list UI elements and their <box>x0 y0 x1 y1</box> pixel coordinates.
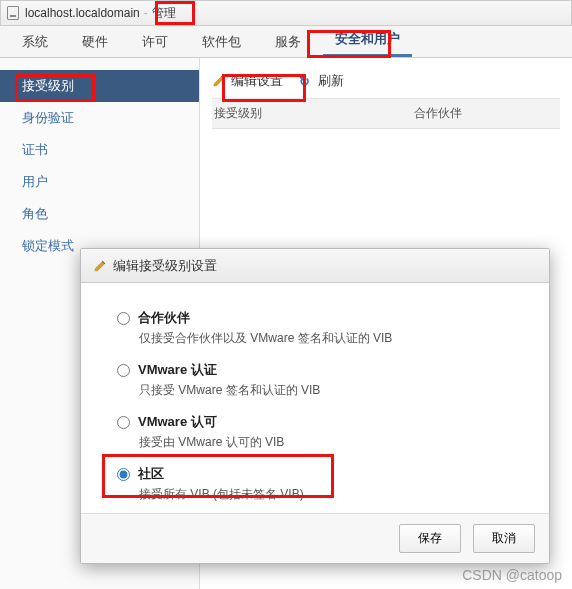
option-label[interactable]: 社区 <box>138 465 164 483</box>
option-desc: 接受所有 VIB (包括未签名 VIB) <box>139 486 515 503</box>
tab-system[interactable]: 系统 <box>10 27 60 57</box>
radio-vmware-accepted[interactable] <box>117 416 130 429</box>
tab-packages[interactable]: 软件包 <box>190 27 253 57</box>
radio-partner[interactable] <box>117 312 130 325</box>
sidebar-item-users[interactable]: 用户 <box>0 166 199 198</box>
sidebar-item-certificates[interactable]: 证书 <box>0 134 199 166</box>
option-desc: 仅接受合作伙伴以及 VMware 签名和认证的 VIB <box>139 330 515 347</box>
titlebar: localhost.localdomain - 管理 <box>0 0 572 26</box>
dialog-footer: 保存 取消 <box>81 513 549 563</box>
edit-settings-label: 编辑设置 <box>231 72 283 90</box>
tab-security-users[interactable]: 安全和用户 <box>323 24 412 57</box>
refresh-icon: ↻ <box>299 74 313 88</box>
sidebar-item-acceptance-level[interactable]: 接受级别 <box>0 70 199 102</box>
info-row: 接受级别 合作伙伴 <box>212 99 560 129</box>
tab-services[interactable]: 服务 <box>263 27 313 57</box>
option-desc: 接受由 VMware 认可的 VIB <box>139 434 515 451</box>
dialog-header: 编辑接受级别设置 <box>81 249 549 283</box>
pencil-icon <box>93 259 107 273</box>
radio-community[interactable] <box>117 468 130 481</box>
info-value: 合作伙伴 <box>414 105 462 122</box>
pencil-icon <box>212 74 226 88</box>
radio-vmware-certified[interactable] <box>117 364 130 377</box>
dialog: 编辑接受级别设置 合作伙伴 仅接受合作伙伴以及 VMware 签名和认证的 VI… <box>80 248 550 564</box>
cancel-button[interactable]: 取消 <box>473 524 535 553</box>
info-label: 接受级别 <box>214 105 414 122</box>
refresh-label: 刷新 <box>318 72 344 90</box>
dialog-body: 合作伙伴 仅接受合作伙伴以及 VMware 签名和认证的 VIB VMware … <box>81 283 549 513</box>
option-vmware-accepted: VMware 认可 接受由 VMware 认可的 VIB <box>117 413 515 451</box>
option-label[interactable]: VMware 认证 <box>138 361 217 379</box>
save-button[interactable]: 保存 <box>399 524 461 553</box>
tab-license[interactable]: 许可 <box>130 27 180 57</box>
toolbar: 编辑设置 ↻ 刷新 <box>212 70 560 99</box>
edit-settings-button[interactable]: 编辑设置 <box>212 72 283 90</box>
option-partner: 合作伙伴 仅接受合作伙伴以及 VMware 签名和认证的 VIB <box>117 309 515 347</box>
section-label: 管理 <box>152 5 176 22</box>
separator: - <box>144 6 148 20</box>
option-label[interactable]: 合作伙伴 <box>138 309 190 327</box>
tabbar: 系统 硬件 许可 软件包 服务 安全和用户 <box>0 26 572 58</box>
watermark: CSDN @catoop <box>462 567 562 583</box>
option-vmware-certified: VMware 认证 只接受 VMware 签名和认证的 VIB <box>117 361 515 399</box>
sidebar-item-authentication[interactable]: 身份验证 <box>0 102 199 134</box>
option-label[interactable]: VMware 认可 <box>138 413 217 431</box>
sidebar-item-roles[interactable]: 角色 <box>0 198 199 230</box>
host-name: localhost.localdomain <box>25 6 140 20</box>
host-icon <box>7 6 19 20</box>
refresh-button[interactable]: ↻ 刷新 <box>299 72 344 90</box>
option-desc: 只接受 VMware 签名和认证的 VIB <box>139 382 515 399</box>
dialog-title: 编辑接受级别设置 <box>113 257 217 275</box>
option-community: 社区 接受所有 VIB (包括未签名 VIB) <box>117 465 515 503</box>
tab-hardware[interactable]: 硬件 <box>70 27 120 57</box>
